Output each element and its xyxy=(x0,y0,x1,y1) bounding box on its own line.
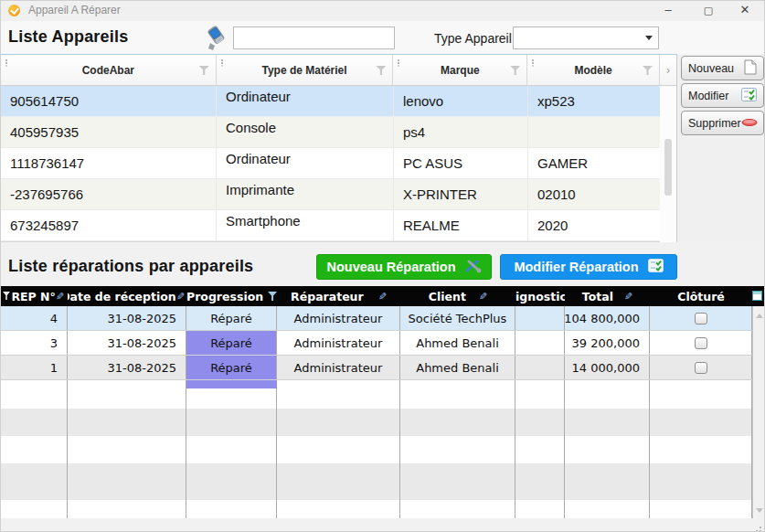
edit-pencil-icon: ✎ xyxy=(56,291,64,303)
scroll-down-icon[interactable] xyxy=(756,508,763,513)
devices-toolbar: Liste Appareils Type Appareil xyxy=(1,21,764,54)
column-header-progression[interactable]: Progression xyxy=(186,286,277,306)
device-row[interactable]: -237695766 Imprimante X-PRINTER 02010 xyxy=(1,179,676,210)
column-label: Modèle xyxy=(574,64,611,77)
column-header-client[interactable]: Client ✎ xyxy=(400,286,515,306)
column-label: Marque xyxy=(441,64,480,77)
devices-grid-scrollbar[interactable] xyxy=(660,86,676,242)
search-input[interactable] xyxy=(233,27,395,49)
button-label: Nouveau Réparation xyxy=(327,260,456,274)
minimize-button[interactable]: – xyxy=(653,1,684,21)
device-row[interactable]: 405957935 Console ps4 xyxy=(1,117,676,148)
cell-progression: Réparé xyxy=(186,306,277,330)
maximize-button[interactable]: ▢ xyxy=(693,1,724,21)
edit-pencil-icon: ✎ xyxy=(624,291,632,303)
column-header-type[interactable]: Type de Matériel xyxy=(217,55,394,86)
cell-brand: REALME xyxy=(394,210,528,240)
empty-row xyxy=(1,436,765,463)
scrollbar-thumb[interactable] xyxy=(664,139,672,196)
nouveau-reparation-button[interactable]: Nouveau Réparation xyxy=(316,254,492,280)
supprimer-button[interactable]: Supprimer xyxy=(681,111,764,135)
cloture-checkbox[interactable] xyxy=(695,313,707,325)
cell-reparateur: Administrateur xyxy=(277,331,400,355)
column-header-cloture[interactable]: Clôturé xyxy=(650,286,752,306)
column-header-reparateur[interactable]: Réparateur ✎ xyxy=(277,286,400,306)
column-label: Total xyxy=(582,290,613,303)
repairs-grid-scrollbar[interactable] xyxy=(752,306,765,520)
chevron-right-icon[interactable]: › xyxy=(660,55,676,86)
app-icon xyxy=(8,5,20,16)
combo-dropdown-arrow-icon[interactable] xyxy=(641,28,657,48)
filter-icon[interactable] xyxy=(376,66,386,75)
cell-model xyxy=(528,117,661,147)
button-label: Modifier xyxy=(688,90,728,102)
column-header-marque[interactable]: Marque xyxy=(393,55,527,86)
cell-rep: 1 xyxy=(1,356,68,379)
progression-cell-overflow xyxy=(186,380,277,388)
repair-row[interactable]: 4 31-08-2025 Réparé Administrateur Socié… xyxy=(1,306,765,331)
column-label: Réparateur xyxy=(291,290,364,303)
column-header-codeabar[interactable]: CodeAbar xyxy=(1,55,217,86)
scroll-up-icon[interactable] xyxy=(756,314,763,318)
repair-row[interactable]: 3 31-08-2025 Réparé Administrateur Ahmed… xyxy=(1,331,765,356)
cell-brand: X-PRINTER xyxy=(394,179,528,209)
delete-icon xyxy=(741,117,758,130)
cell-total: 39 200,000 xyxy=(565,331,650,355)
cell-reparateur: Administrateur xyxy=(277,306,400,330)
cell-reparateur: Administrateur xyxy=(277,356,400,379)
cell-cloture xyxy=(650,331,752,355)
drag-handle-icon xyxy=(5,59,7,61)
cell-model: 02010 xyxy=(528,179,661,209)
cell-type: Ordinateur xyxy=(217,148,394,178)
filter-icon[interactable] xyxy=(268,292,277,301)
drag-handle-icon xyxy=(221,59,223,61)
empty-row xyxy=(1,500,765,520)
edit-checklist-icon xyxy=(648,259,664,275)
drag-handle-icon xyxy=(532,59,534,61)
type-appareil-select[interactable] xyxy=(513,27,659,49)
cell-progression: Réparé xyxy=(186,331,277,355)
edit-checklist-icon xyxy=(741,88,757,104)
modifier-button[interactable]: Modifier xyxy=(681,83,764,108)
device-row[interactable]: 905614750 Ordinateur lenovo xp523 xyxy=(1,86,676,117)
repair-row[interactable]: 1 31-08-2025 Réparé Administrateur Ahmed… xyxy=(1,356,765,380)
column-header-diagnostic[interactable]: ignostic xyxy=(515,286,565,306)
cell-cloture xyxy=(650,306,752,330)
column-label: Type de Matériel xyxy=(261,64,346,77)
repairs-heading: Liste réparations par appareils xyxy=(8,257,253,276)
filter-icon[interactable] xyxy=(643,66,653,75)
cell-type: Imprimante xyxy=(217,179,394,209)
cell-type: Console xyxy=(217,117,394,147)
nouveau-button[interactable]: Nouveau xyxy=(681,56,764,80)
cell-code: 405957935 xyxy=(1,117,217,147)
cell-code: 673245897 xyxy=(1,210,217,240)
cell-type: Ordinateur xyxy=(217,86,394,116)
filter-icon[interactable] xyxy=(199,66,209,75)
cloture-checkbox[interactable] xyxy=(695,337,707,349)
cell-rep: 4 xyxy=(1,306,68,330)
cloture-checkbox[interactable] xyxy=(695,362,707,374)
column-header-modele[interactable]: Modèle xyxy=(527,55,660,86)
repairs-section-header: Liste réparations par appareils Nouveau … xyxy=(1,242,764,286)
button-label: Nouveau xyxy=(688,62,734,75)
cell-date: 31-08-2025 xyxy=(68,356,186,379)
cell-client: Société TechPlus xyxy=(400,306,515,330)
edit-pencil-icon: ✎ xyxy=(378,291,387,303)
devices-grid: CodeAbar Type de Matériel Marque Modèle … xyxy=(1,54,677,242)
column-header-rep[interactable]: REP N° ✎ xyxy=(1,286,68,306)
column-header-date[interactable]: Date de réception ✎ xyxy=(68,286,186,306)
device-row[interactable]: 1118736147 Ordinateur PC ASUS GAMER xyxy=(1,148,676,179)
cell-date: 31-08-2025 xyxy=(68,331,186,355)
column-header-total[interactable]: Total ✎ xyxy=(565,286,650,306)
table-icon[interactable] xyxy=(752,291,762,301)
button-label: Modifier Réparation xyxy=(514,260,638,274)
close-button[interactable]: ✕ xyxy=(729,1,760,21)
modifier-reparation-button[interactable]: Modifier Réparation xyxy=(500,254,677,280)
cell-date: 31-08-2025 xyxy=(68,306,186,330)
resize-grip[interactable] xyxy=(760,527,761,528)
column-label: ignostic xyxy=(515,290,565,303)
cell-client: Ahmed Benali xyxy=(400,331,515,355)
filter-icon[interactable] xyxy=(510,66,520,75)
device-row[interactable]: 673245897 Smartphone REALME 2020 xyxy=(1,210,676,241)
drag-handle-icon xyxy=(398,59,399,61)
